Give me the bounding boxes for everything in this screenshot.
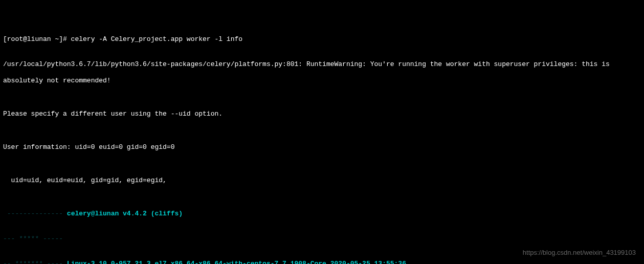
ascii-art: -- ******* ---- — [3, 260, 67, 264]
watermark-text: https://blog.csdn.net/weixin_43199103 — [523, 249, 636, 257]
uid-hint: Please specify a different user using th… — [3, 110, 223, 118]
uid-echo: uid=uid, euid=euid, gid=gid, egid=egid, — [3, 177, 167, 184]
ascii-art: -------------- — [3, 210, 67, 217]
banner-row3: -- ******* ---- Linux-3.10.0-957.21.3.el… — [3, 260, 641, 264]
celery-version: celery@liunan v4.4.2 (cliffs) — [67, 210, 183, 217]
runtime-warning-line2: absolutely not recommended! — [3, 77, 111, 84]
banner-row1: -------------- celery@liunan v4.4.2 (cli… — [3, 210, 641, 218]
terminal-prompt-line: [root@liunan ~]# celery -A Celery_projec… — [3, 35, 641, 43]
banner-row2: --- ***** ----- — [3, 235, 641, 243]
user-info: User information: uid=0 euid=0 gid=0 egi… — [3, 143, 174, 151]
runtime-warning-line1: /usr/local/python3.6.7/lib/python3.6/sit… — [3, 60, 610, 68]
platform-info: Linux-3.10.0-957.21.3.el7.x86_64-x86_64-… — [67, 260, 406, 264]
